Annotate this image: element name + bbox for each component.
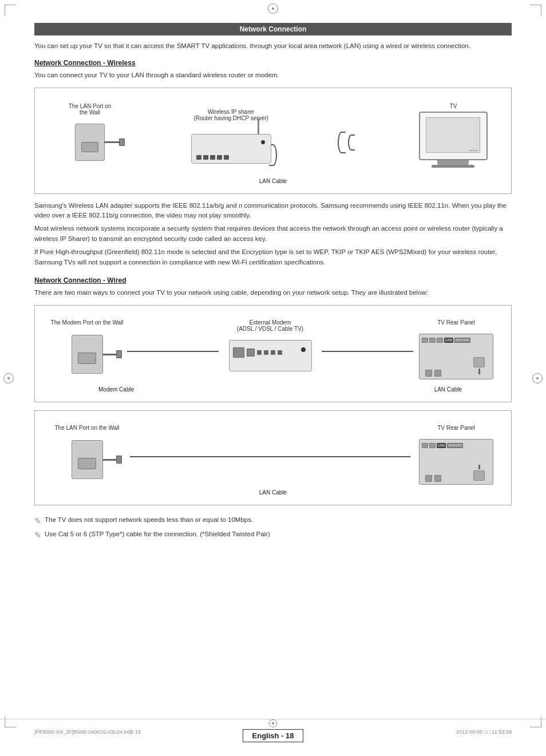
tv-col: TV	[416, 103, 490, 168]
wired1-lan-cable-label: LAN Cable	[434, 386, 462, 393]
modem-wall-col: The Modem Port on the Wall	[50, 319, 124, 374]
note-icon-1: ✎	[34, 514, 41, 527]
wired-diagram2-box: The LAN Port on the Wall TV Rear Panel	[34, 410, 512, 505]
tv-rear2-label: TV Rear Panel	[437, 425, 475, 431]
notes-section: ✎ The TV does not support network speeds…	[34, 514, 512, 542]
footer-compass	[269, 719, 277, 727]
wireless-body: You can connect your TV to your LAN thro…	[34, 70, 512, 80]
lan-port-wall-label: The LAN Port onthe Wall	[69, 103, 111, 116]
external-modem-label: External Modem(ADSL / VDSL / Cable TV)	[237, 319, 303, 332]
footer-right: 2012-09-05 □□ 11:53:09	[303, 729, 512, 735]
note-2: ✎ Use Cat 5 or 6 (STP Type*) cable for t…	[34, 529, 512, 541]
footer-page-label: English - 18	[243, 729, 304, 742]
note-1: ✎ The TV does not support network speeds…	[34, 514, 512, 527]
page: Network Connection You can set up your T…	[0, 0, 546, 756]
modem-cable-label: Modem Cable	[98, 386, 134, 393]
wired2-lan-cable-label: LAN Cable	[44, 489, 502, 496]
wireless-heading: Network Connection - Wireless	[34, 59, 512, 67]
section-title: Network Connection	[240, 25, 307, 33]
intro-text: You can set up your TV so that it can ac…	[34, 41, 512, 51]
footer-left: [PE8000-XN_ZF]BN68-04062G-03L04.indb 18	[34, 729, 243, 735]
external-modem-col: External Modem(ADSL / VDSL / Cable TV)	[221, 319, 319, 371]
wired-diagram1-box: The Modem Port on the Wall External Mode…	[34, 305, 512, 402]
wireless-diagram-box: The LAN Port onthe Wall Wireless IP shar…	[34, 88, 512, 194]
wired-heading: Network Connection - Wired	[34, 276, 512, 284]
section-header: Network Connection	[34, 23, 512, 35]
lan-port-wall-col: The LAN Port onthe Wall	[56, 103, 124, 161]
tv-label: TV	[450, 103, 457, 109]
tv-rear1-col: TV Rear Panel LAN AV/S-VHS	[416, 319, 496, 379]
tv-rear1-label: TV Rear Panel	[437, 319, 475, 326]
modem-wall-label: The Modem Port on the Wall	[51, 319, 124, 326]
note-icon-2: ✎	[34, 529, 41, 541]
wireless-para3: If Pure High-throughput (Greenfield) 802…	[34, 247, 512, 268]
wireless-lan-cable-label: LAN Cable	[44, 178, 502, 184]
note-2-text: Use Cat 5 or 6 (STP Type*) cable for the…	[45, 529, 270, 539]
wireless-para1: Samsung's Wireless LAN adapter supports …	[34, 201, 512, 221]
wired-body: There are two main ways to connect your …	[34, 288, 512, 298]
lan-wall2-col: The LAN Port on the Wall	[50, 425, 124, 479]
footer: [PE8000-XN_ZF]BN68-04062G-03L04.indb 18 …	[0, 719, 546, 745]
tv-rear2-col: TV Rear Panel LAN AV/S-VHS	[416, 425, 496, 485]
wireless-para2: Most wireless network systems incorporat…	[34, 224, 512, 244]
router-col: Wireless IP sharer(Router having DHCP se…	[180, 109, 283, 166]
tv-waves-col	[338, 132, 355, 153]
note-1-text: The TV does not support network speeds l…	[45, 514, 253, 525]
lan-wall2-label: The LAN Port on the Wall	[54, 425, 119, 431]
